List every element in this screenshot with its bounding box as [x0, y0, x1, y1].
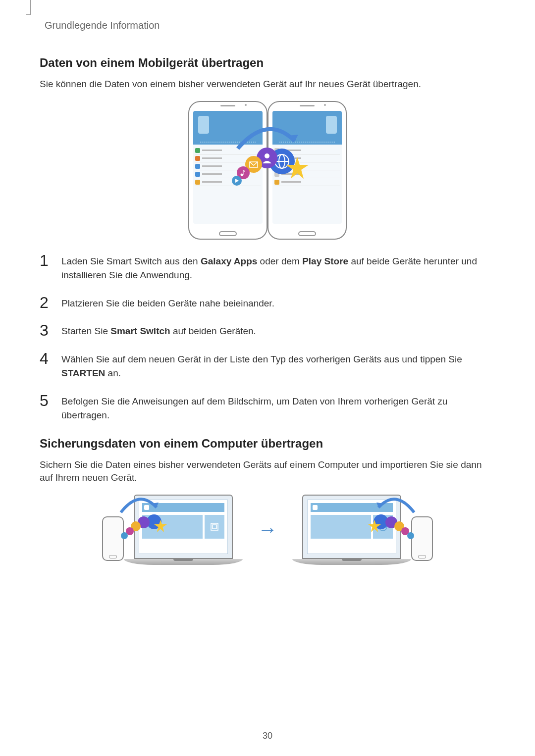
transfer-icons-cluster	[228, 139, 307, 188]
step-text: Befolgen Sie die Anweisungen auf dem Bil…	[61, 395, 495, 423]
play-icon	[232, 176, 242, 186]
page-number: 30	[263, 731, 272, 741]
steps-list: 1 Laden Sie Smart Switch aus den Galaxy …	[40, 254, 495, 423]
svg-rect-13	[213, 525, 216, 529]
step-number: 1	[40, 252, 52, 268]
svg-marker-11	[154, 520, 167, 532]
svg-marker-9	[286, 157, 309, 179]
section-intro-2: Sichern Sie die Daten eines bisher verwe…	[40, 458, 495, 485]
step-item: 5 Befolgen Sie die Anweisungen auf dem B…	[40, 395, 495, 423]
step-text: Starten Sie Smart Switch auf beiden Gerä…	[61, 324, 495, 339]
step-item: 2 Platzieren Sie die beiden Geräte nahe …	[40, 297, 495, 311]
laptop-transfer-illustration: →	[40, 495, 495, 565]
breadcrumb: Grundlegende Information	[45, 20, 495, 31]
section-heading-2: Sicherungsdaten von einem Computer übert…	[40, 437, 495, 451]
step-number: 3	[40, 322, 52, 338]
restore-group	[292, 495, 433, 565]
arrow-right-icon: →	[258, 518, 277, 541]
step-text: Wählen Sie auf dem neuen Gerät in der Li…	[61, 353, 495, 381]
step-number: 4	[40, 351, 52, 366]
step-text: Laden Sie Smart Switch aus den Galaxy Ap…	[61, 254, 495, 283]
svg-point-4	[265, 153, 269, 158]
star-icon	[285, 156, 310, 181]
step-number: 2	[40, 295, 52, 310]
svg-rect-12	[211, 523, 218, 530]
step-item: 4 Wählen Sie auf dem neuen Gerät in der …	[40, 353, 495, 381]
transfer-icons-small	[117, 504, 166, 539]
step-item: 1 Laden Sie Smart Switch aus den Galaxy …	[40, 254, 495, 283]
svg-marker-8	[235, 179, 239, 183]
transfer-icons-small	[369, 504, 418, 539]
step-number: 5	[40, 393, 52, 408]
section-heading-1: Daten von einem Mobilgerät übertragen	[40, 56, 495, 70]
svg-marker-15	[368, 520, 381, 532]
section-intro-1: Sie können die Daten von einem bisher ve…	[40, 78, 495, 91]
backup-group	[102, 495, 243, 565]
step-item: 3 Starten Sie Smart Switch auf beiden Ge…	[40, 324, 495, 339]
svg-point-6	[241, 173, 243, 176]
phone-transfer-illustration	[40, 101, 495, 240]
step-text: Platzieren Sie die beiden Geräte nahe be…	[61, 297, 495, 311]
